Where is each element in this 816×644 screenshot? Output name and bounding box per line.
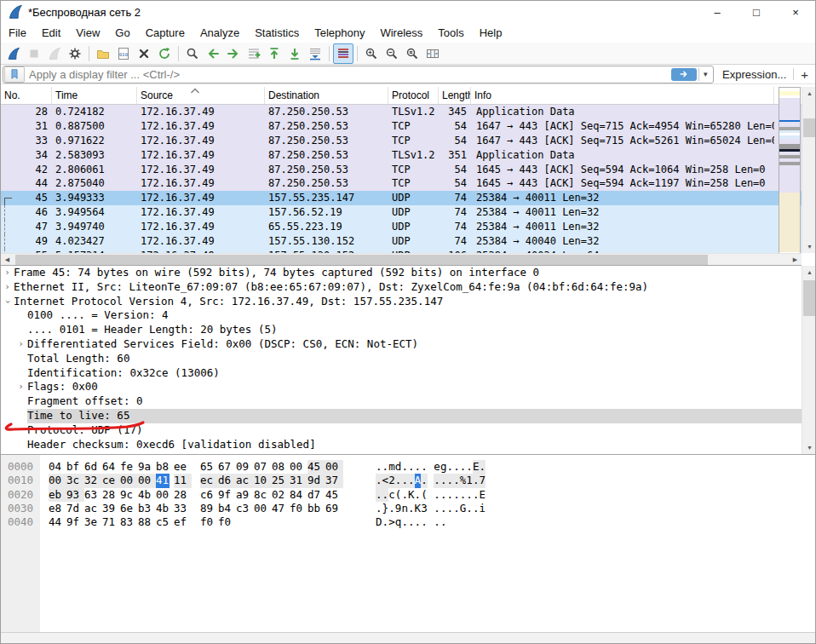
- detail-row[interactable]: Fragment offset: 0: [1, 394, 802, 409]
- hex-row-0030[interactable]: 0030e87dac396eb34b3389b4c30047f0bb69.}.9…: [1, 502, 486, 515]
- column-header-destination[interactable]: Destination: [265, 87, 388, 104]
- packet-row-33[interactable]: 330.971622172.16.37.4987.250.250.53TCP54…: [1, 134, 802, 148]
- start-capture-button[interactable]: [3, 43, 24, 64]
- hex-row-0000[interactable]: 000004bf6d64fe9ab8ee6567090708004500..md…: [1, 460, 486, 474]
- packet-row-42[interactable]: 422.806061172.16.37.4987.250.250.53TCP54…: [1, 163, 802, 177]
- detail-row[interactable]: ›Ethernet II, Src: LiteonTe_67:09:07 (b8…: [1, 280, 802, 295]
- hex-bytes[interactable]: e87dac396eb34b3389b4c30047f0bb69: [49, 502, 343, 515]
- column-header-source[interactable]: Source: [137, 87, 265, 104]
- detail-row[interactable]: Protocol: UDP (17): [1, 423, 802, 438]
- save-file-button[interactable]: 010: [113, 43, 134, 64]
- menu-telephony[interactable]: Telephony: [307, 26, 372, 39]
- close-file-button[interactable]: [134, 43, 154, 64]
- stop-capture-button[interactable]: [24, 43, 44, 64]
- zoom-in-button[interactable]: [361, 43, 382, 64]
- menu-wireless[interactable]: Wireless: [372, 26, 430, 39]
- menu-analyze[interactable]: Analyze: [193, 26, 247, 39]
- zoom-reset-button[interactable]: [402, 43, 422, 64]
- menu-help[interactable]: Help: [472, 26, 510, 39]
- filter-bookmark-button[interactable]: [4, 66, 25, 83]
- column-header-length[interactable]: Length: [439, 87, 471, 104]
- hex-bytes[interactable]: 449f3e718388c5eff0f0: [49, 515, 236, 529]
- details-vscroll-thumb[interactable]: [803, 280, 816, 316]
- column-header-time[interactable]: Time: [52, 87, 137, 104]
- go-last-button[interactable]: [284, 43, 305, 64]
- capture-options-button[interactable]: [65, 43, 85, 64]
- expander-icon[interactable]: ›: [1, 266, 14, 280]
- packet-list-hscroll-thumb[interactable]: [15, 255, 708, 265]
- hex-ascii[interactable]: ..c(.K.( .......E: [376, 488, 486, 502]
- menu-edit[interactable]: Edit: [34, 26, 68, 39]
- reload-file-button[interactable]: [154, 43, 175, 64]
- filter-history-dropdown[interactable]: ▼: [698, 68, 711, 81]
- expander-icon[interactable]: ›: [14, 380, 27, 394]
- detail-row[interactable]: Total Length: 60: [1, 352, 802, 366]
- hex-ascii[interactable]: .}.9n.K3 ....G..i: [376, 502, 486, 515]
- colorize-button[interactable]: [333, 43, 353, 64]
- detail-row[interactable]: ›Flags: 0x00: [1, 380, 802, 394]
- add-filter-button[interactable]: +: [801, 67, 808, 82]
- column-header-info[interactable]: Info: [471, 87, 774, 104]
- packet-row-45[interactable]: 453.949333172.16.37.49157.55.235.147UDP7…: [1, 191, 802, 205]
- expander-icon[interactable]: ›: [14, 337, 27, 352]
- scroll-right-icon[interactable]: ▶: [789, 254, 802, 266]
- packet-row-31[interactable]: 310.887500172.16.37.4987.250.250.53TCP54…: [1, 119, 802, 134]
- scroll-up-icon[interactable]: ▲: [802, 87, 816, 100]
- auto-scroll-button[interactable]: [305, 43, 325, 64]
- go-to-packet-button[interactable]: [244, 43, 264, 64]
- packet-row-46[interactable]: 463.949564172.16.37.49157.56.52.19UDP742…: [1, 205, 802, 220]
- packet-row-44[interactable]: 442.875040172.16.37.4987.250.250.53TCP54…: [1, 176, 802, 191]
- intelligent-scrollbar-minimap[interactable]: [779, 87, 801, 254]
- maximize-button[interactable]: □: [737, 1, 776, 23]
- find-packet-button[interactable]: [182, 43, 203, 64]
- hex-bytes[interactable]: 04bf6d64fe9ab8ee6567090708004500: [49, 460, 343, 474]
- expander-icon[interactable]: ›: [1, 295, 14, 308]
- scroll-down-icon[interactable]: ▼: [802, 240, 816, 253]
- detail-row[interactable]: Time to live: 65: [1, 409, 802, 423]
- hex-bytes[interactable]: eb9363289c4b0028c69fa98c0284d745: [49, 488, 343, 502]
- restart-capture-button[interactable]: [44, 43, 65, 64]
- menu-file[interactable]: File: [1, 26, 34, 39]
- scroll-down-icon[interactable]: ▼: [802, 441, 816, 454]
- hex-ascii[interactable]: ..md.... eg....E.: [376, 460, 486, 474]
- zoom-out-button[interactable]: [382, 43, 402, 64]
- menu-tools[interactable]: Tools: [430, 26, 471, 39]
- menu-capture[interactable]: Capture: [138, 26, 193, 39]
- close-button[interactable]: ×: [776, 1, 815, 23]
- scroll-left-icon[interactable]: ◀: [1, 254, 14, 266]
- expression-button[interactable]: Expression...: [722, 68, 786, 81]
- packet-list-vscrollbar[interactable]: ▲ ▼: [802, 87, 816, 253]
- expander-icon[interactable]: ›: [1, 280, 14, 295]
- go-first-button[interactable]: [264, 43, 284, 64]
- packet-row-49[interactable]: 494.023427172.16.37.49157.55.130.152UDP7…: [1, 234, 802, 249]
- menu-go[interactable]: Go: [107, 26, 137, 39]
- minimize-button[interactable]: –: [698, 1, 737, 23]
- scroll-up-icon[interactable]: ▲: [802, 266, 816, 279]
- packet-row-47[interactable]: 473.949740172.16.37.4965.55.223.19UDP742…: [1, 220, 802, 234]
- apply-filter-button[interactable]: [671, 68, 697, 81]
- hex-bytes[interactable]: 003c32ce00004111ecd6ac1025319d37: [49, 474, 343, 487]
- hex-row-0020[interactable]: 0020eb9363289c4b0028c69fa98c0284d745..c(…: [1, 488, 486, 502]
- go-forward-button[interactable]: [223, 43, 244, 64]
- packet-row-34[interactable]: 342.583093172.16.37.4987.250.250.53TLSv1…: [1, 148, 802, 163]
- display-filter-input[interactable]: Apply a display filter ... <Ctrl-/> ▼: [3, 66, 714, 83]
- resize-columns-button[interactable]: [422, 43, 443, 64]
- detail-row[interactable]: Header checksum: 0xecd6 [validation disa…: [1, 438, 802, 452]
- detail-row[interactable]: ›Differentiated Services Field: 0x00 (DS…: [1, 337, 802, 352]
- menu-view[interactable]: View: [68, 26, 107, 39]
- go-back-button[interactable]: [203, 43, 223, 64]
- hex-row-0010[interactable]: 0010003c32ce00004111ecd6ac1025319d37.<2.…: [1, 474, 486, 487]
- detail-row[interactable]: Identification: 0x32ce (13006): [1, 366, 802, 381]
- detail-row[interactable]: ›Frame 45: 74 bytes on wire (592 bits), …: [1, 266, 802, 280]
- details-vscrollbar[interactable]: ▲ ▼: [802, 266, 816, 454]
- open-file-button[interactable]: [93, 43, 113, 64]
- packet-list-vscroll-thumb[interactable]: [803, 118, 816, 137]
- hex-ascii[interactable]: D.>q.... ..: [376, 515, 447, 529]
- packet-row-28[interactable]: 280.724182172.16.37.4987.250.250.53TLSv1…: [1, 105, 802, 119]
- packet-bytes-pane[interactable]: 000004bf6d64fe9ab8ee6567090708004500..md…: [1, 454, 816, 633]
- column-header-no[interactable]: No.: [1, 87, 52, 104]
- detail-row[interactable]: ›Internet Protocol Version 4, Src: 172.1…: [1, 295, 802, 309]
- column-header-protocol[interactable]: Protocol: [388, 87, 439, 104]
- detail-row[interactable]: .... 0101 = Header Length: 20 bytes (5): [1, 323, 802, 337]
- packet-list-hscrollbar[interactable]: ◀ ▶: [1, 253, 802, 266]
